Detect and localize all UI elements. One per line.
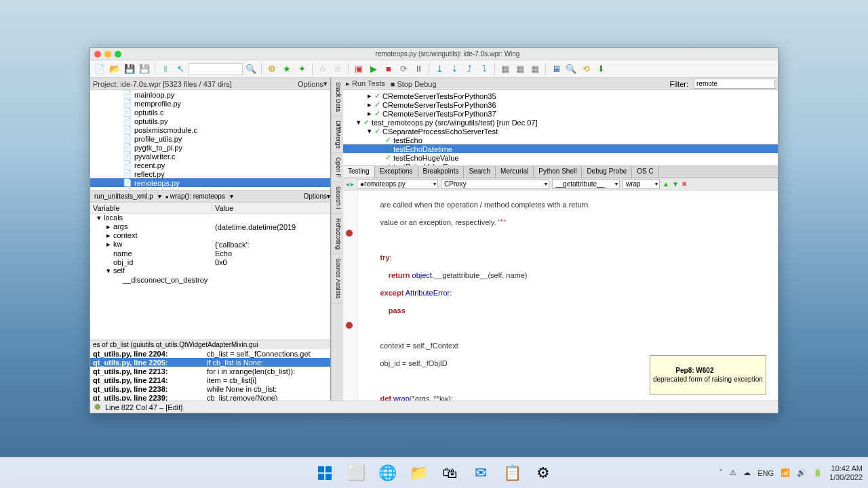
nav-back-icon[interactable]: ◂: [346, 180, 349, 188]
tray-volume-icon[interactable]: 🔊: [797, 468, 806, 477]
new-file-icon[interactable]: 📄: [93, 62, 106, 76]
file-item[interactable]: 📄pyvalwriter.c: [90, 152, 330, 161]
bookmark2-icon[interactable]: ✦: [295, 62, 309, 76]
indent-icon[interactable]: ⫴: [159, 62, 172, 76]
panel-tab[interactable]: Exceptions: [375, 166, 418, 178]
tray-lang[interactable]: ENG: [757, 469, 774, 477]
tray-cloud-icon[interactable]: ☁: [743, 468, 751, 477]
minimize-button[interactable]: [104, 51, 111, 58]
stop2-icon[interactable]: ▣: [352, 62, 366, 76]
test-item[interactable]: ✓testEchoDatetime: [343, 144, 778, 153]
var-row[interactable]: ▸args(datetime.datetime(2019: [90, 222, 330, 231]
bookmark-icon[interactable]: ★: [280, 62, 294, 76]
test-tree[interactable]: ▸✓CRemoteServerTestsForPython35▸✓CRemote…: [343, 90, 778, 166]
stack-row[interactable]: qt_utils.py, line 2239:cb_list.remove(No…: [90, 393, 330, 401]
var-row[interactable]: ▸kw{'callback':: [90, 240, 330, 249]
grid2-icon[interactable]: ▦: [513, 62, 527, 76]
run-tests-button[interactable]: ▸ Run Tests: [346, 79, 385, 88]
step-icon[interactable]: ⤵: [477, 62, 491, 76]
var-row[interactable]: __disconnect_on_destroy: [90, 275, 330, 284]
run-icon[interactable]: ▶: [367, 62, 380, 76]
panel-tab[interactable]: Search: [464, 166, 496, 178]
close-button[interactable]: [94, 51, 101, 58]
var-row[interactable]: ▾self: [90, 266, 330, 275]
file-item[interactable]: 📄optutils.py: [90, 117, 330, 125]
file-item[interactable]: 📄posixmiscmodule.c: [90, 125, 330, 134]
code-editor[interactable]: are called when the operation / method c…: [343, 190, 778, 401]
pause-icon[interactable]: ⏸: [412, 62, 425, 76]
system-tray[interactable]: ˄ ⚠ ☁ ENG 📶 🔊 🔋 10:42 AM1/30/2022: [719, 464, 863, 482]
test-item[interactable]: ▾✓test_remoteops.py (src/wingutils/test)…: [343, 118, 778, 127]
class-dropdown[interactable]: CProxy: [441, 179, 549, 189]
tab-wrap[interactable]: wrap(): remoteops: [161, 192, 230, 200]
search-icon[interactable]: 🔍: [244, 62, 258, 76]
mail-icon[interactable]: ✉: [467, 460, 494, 487]
stack-row[interactable]: qt_utils.py, line 2214:item = cb_list[i]: [90, 375, 330, 384]
panel-tab[interactable]: OS C: [632, 166, 658, 178]
test-item[interactable]: ✓testEcho: [343, 136, 778, 144]
vtab-stackdata[interactable]: Stack Data: [332, 78, 343, 117]
tray-battery-icon[interactable]: 🔋: [813, 468, 823, 477]
vtab-openf[interactable]: Open F: [332, 153, 343, 182]
restart-icon[interactable]: ⟳: [397, 62, 410, 76]
panel-tab[interactable]: Testing: [343, 166, 375, 178]
save-all-icon[interactable]: 💾: [138, 62, 151, 76]
stop-icon[interactable]: ■: [382, 62, 395, 76]
maximize-button[interactable]: [115, 51, 121, 58]
explorer-icon[interactable]: 📁: [405, 460, 432, 487]
file-item[interactable]: 📄optutils.c: [90, 108, 330, 117]
step-out-icon[interactable]: ⤴: [462, 62, 476, 76]
variables-panel[interactable]: Variable Value ▾locals▸args(datetime.dat…: [90, 203, 330, 340]
gutter[interactable]: [343, 190, 358, 401]
project-options[interactable]: Options: [298, 80, 323, 88]
stack-row[interactable]: qt_utils.py, line 2213:for i in xrange(l…: [90, 367, 330, 375]
file-item[interactable]: 📄pygtk_to_pi.py: [90, 143, 330, 152]
breakpoint-icon[interactable]: [346, 230, 353, 237]
stack-row[interactable]: qt_utils.py, line 2238:while None in cb_…: [90, 384, 330, 393]
nav-down-icon[interactable]: ▼: [672, 180, 679, 188]
edge-icon[interactable]: 🌐: [374, 460, 401, 487]
stack-row[interactable]: qt_utils.py, line 2205:if cb_list is Non…: [90, 358, 330, 367]
code-area[interactable]: are called when the operation / method c…: [358, 190, 778, 401]
vtab-diffmerge[interactable]: Diff/Merge: [332, 117, 343, 153]
goto-icon[interactable]: ↖: [174, 62, 187, 76]
file-item[interactable]: 📄remoteops.py: [90, 178, 330, 187]
func-dropdown[interactable]: wrap: [623, 179, 660, 189]
find-icon[interactable]: 🔍: [564, 62, 578, 76]
stack-panel[interactable]: es of cb_list (guiutils.qt_utils.QtWidge…: [90, 340, 330, 401]
test-item[interactable]: ▸✓CRemoteServerTestsForPython35: [343, 92, 778, 100]
method-dropdown[interactable]: __getattribute__: [552, 179, 620, 189]
var-row[interactable]: ▾locals: [90, 214, 330, 222]
star1-icon[interactable]: ☆: [316, 62, 330, 76]
app-icon[interactable]: 📋: [498, 460, 526, 487]
tray-wifi-icon[interactable]: 📶: [781, 468, 790, 477]
breakpoint-icon[interactable]: [346, 322, 353, 329]
store-icon[interactable]: 🛍: [436, 460, 463, 487]
nav-fwd-icon[interactable]: ▸: [351, 180, 354, 188]
debug-options[interactable]: Options: [304, 192, 327, 200]
open-icon[interactable]: 📂: [108, 62, 121, 76]
download-icon[interactable]: ⬇: [594, 62, 608, 76]
file-item[interactable]: 📄mainloop.py: [90, 90, 330, 99]
test-item[interactable]: ▸✓CRemoteServerTestsForPython36: [343, 100, 778, 109]
settings-icon[interactable]: ⚙: [530, 460, 557, 487]
vtab-refactor[interactable]: Refactoring: [332, 214, 343, 254]
var-row[interactable]: nameEcho: [90, 249, 330, 258]
panel-tab[interactable]: Python Shell: [534, 166, 582, 178]
file-tree[interactable]: 📄mainloop.py📄memprofile.py📄optutils.c📄op…: [90, 90, 330, 190]
stack-row[interactable]: qt_utils.py, line 2204:cb_list = self._f…: [90, 349, 330, 358]
star2-icon[interactable]: ☆: [331, 62, 344, 76]
panel-tab[interactable]: Debug Probe: [582, 166, 632, 178]
grid1-icon[interactable]: ▦: [498, 62, 512, 76]
monitor-icon[interactable]: 🖥: [549, 62, 563, 76]
task-view-icon[interactable]: ⬜: [342, 460, 370, 487]
test-item[interactable]: ▾✓CSeparateProcessEchoServerTest: [343, 127, 778, 136]
tray-shield-icon[interactable]: ⚠: [730, 468, 736, 477]
file-dropdown[interactable]: ● remoteops.py: [357, 179, 438, 189]
file-item[interactable]: 📄memprofile.py: [90, 99, 330, 108]
step-over-icon[interactable]: ⇣: [448, 62, 461, 76]
test-item[interactable]: ✓testEchoHugeValue: [343, 153, 778, 162]
var-row[interactable]: obj_id0x0: [90, 258, 330, 266]
file-item[interactable]: 📄recent.py: [90, 161, 330, 169]
tray-chevron-icon[interactable]: ˄: [719, 468, 723, 477]
